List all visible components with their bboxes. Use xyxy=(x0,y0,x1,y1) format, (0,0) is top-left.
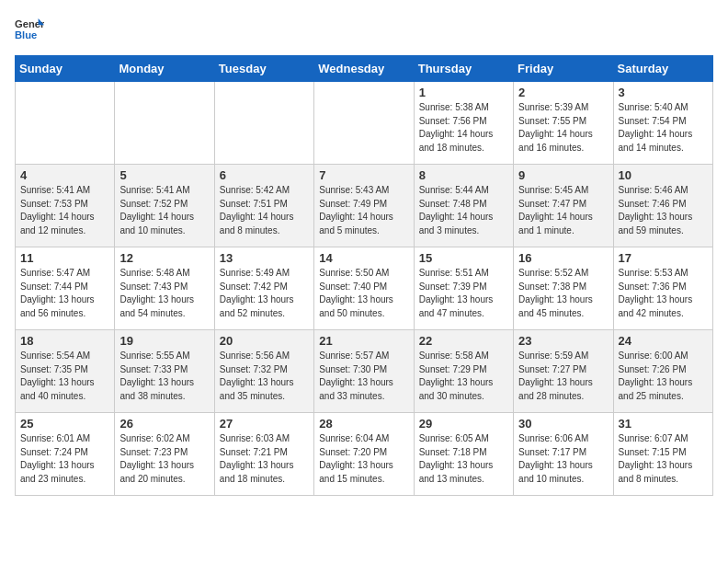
day-number: 26 xyxy=(119,417,209,431)
day-number: 3 xyxy=(619,86,708,99)
calendar-cell xyxy=(214,82,313,165)
day-info: Sunrise: 6:03 AM Sunset: 7:21 PM Dayligh… xyxy=(220,432,309,486)
calendar-day-header: Saturday xyxy=(613,56,712,82)
day-number: 14 xyxy=(319,251,408,265)
calendar-cell: 1Sunrise: 5:38 AM Sunset: 7:56 PM Daylig… xyxy=(414,82,513,165)
day-number: 8 xyxy=(419,168,508,182)
calendar-cell: 10Sunrise: 5:46 AM Sunset: 7:46 PM Dayli… xyxy=(613,165,712,247)
day-info: Sunrise: 5:38 AM Sunset: 7:56 PM Dayligh… xyxy=(419,101,508,155)
calendar-table: SundayMondayTuesdayWednesdayThursdayFrid… xyxy=(15,55,713,496)
day-number: 6 xyxy=(220,168,309,182)
calendar-day-header: Thursday xyxy=(414,56,513,82)
day-info: Sunrise: 5:55 AM Sunset: 7:33 PM Dayligh… xyxy=(119,350,209,403)
day-number: 16 xyxy=(518,251,608,265)
calendar-cell xyxy=(16,82,115,165)
day-number: 28 xyxy=(319,417,408,431)
day-number: 21 xyxy=(319,334,408,348)
calendar-cell: 25Sunrise: 6:01 AM Sunset: 7:24 PM Dayli… xyxy=(16,413,115,496)
calendar-cell: 26Sunrise: 6:02 AM Sunset: 7:23 PM Dayli… xyxy=(115,413,214,496)
calendar-day-header: Wednesday xyxy=(314,56,414,82)
day-number: 7 xyxy=(319,168,408,182)
day-info: Sunrise: 5:53 AM Sunset: 7:36 PM Dayligh… xyxy=(619,267,708,320)
calendar-week-row: 1Sunrise: 5:38 AM Sunset: 7:56 PM Daylig… xyxy=(16,82,713,165)
calendar-cell xyxy=(314,82,414,165)
calendar-cell: 19Sunrise: 5:55 AM Sunset: 7:33 PM Dayli… xyxy=(115,330,214,413)
calendar-cell: 3Sunrise: 5:40 AM Sunset: 7:54 PM Daylig… xyxy=(613,82,712,165)
day-number: 24 xyxy=(619,334,708,348)
day-info: Sunrise: 5:39 AM Sunset: 7:55 PM Dayligh… xyxy=(518,101,608,155)
calendar-cell: 9Sunrise: 5:45 AM Sunset: 7:47 PM Daylig… xyxy=(514,165,613,247)
day-info: Sunrise: 5:52 AM Sunset: 7:38 PM Dayligh… xyxy=(518,267,608,320)
calendar-cell: 11Sunrise: 5:47 AM Sunset: 7:44 PM Dayli… xyxy=(16,247,115,330)
day-number: 20 xyxy=(220,334,309,348)
day-number: 11 xyxy=(20,251,109,265)
day-info: Sunrise: 5:47 AM Sunset: 7:44 PM Dayligh… xyxy=(20,267,109,320)
calendar-day-header: Monday xyxy=(115,56,214,82)
day-info: Sunrise: 6:02 AM Sunset: 7:23 PM Dayligh… xyxy=(119,432,209,486)
day-info: Sunrise: 5:49 AM Sunset: 7:42 PM Dayligh… xyxy=(220,267,309,320)
day-info: Sunrise: 5:58 AM Sunset: 7:29 PM Dayligh… xyxy=(419,350,508,403)
day-info: Sunrise: 5:50 AM Sunset: 7:40 PM Dayligh… xyxy=(319,267,408,320)
calendar-week-row: 4Sunrise: 5:41 AM Sunset: 7:53 PM Daylig… xyxy=(16,165,713,247)
calendar-cell: 18Sunrise: 5:54 AM Sunset: 7:35 PM Dayli… xyxy=(16,330,115,413)
day-number: 18 xyxy=(20,334,109,348)
calendar-cell: 14Sunrise: 5:50 AM Sunset: 7:40 PM Dayli… xyxy=(314,247,414,330)
day-info: Sunrise: 6:07 AM Sunset: 7:15 PM Dayligh… xyxy=(619,432,708,486)
calendar-cell: 2Sunrise: 5:39 AM Sunset: 7:55 PM Daylig… xyxy=(514,82,613,165)
day-number: 23 xyxy=(518,334,608,348)
day-number: 5 xyxy=(119,168,209,182)
day-number: 1 xyxy=(419,86,508,99)
calendar-header-row: SundayMondayTuesdayWednesdayThursdayFrid… xyxy=(16,56,713,82)
svg-text:Blue: Blue xyxy=(15,29,37,40)
logo-icon: General Blue xyxy=(15,15,44,44)
calendar-cell: 15Sunrise: 5:51 AM Sunset: 7:39 PM Dayli… xyxy=(414,247,513,330)
day-number: 4 xyxy=(20,168,109,182)
day-number: 2 xyxy=(518,86,608,99)
calendar-cell xyxy=(115,82,214,165)
calendar-week-row: 25Sunrise: 6:01 AM Sunset: 7:24 PM Dayli… xyxy=(16,413,713,496)
calendar-week-row: 18Sunrise: 5:54 AM Sunset: 7:35 PM Dayli… xyxy=(16,330,713,413)
day-info: Sunrise: 6:00 AM Sunset: 7:26 PM Dayligh… xyxy=(619,350,708,403)
calendar-cell: 24Sunrise: 6:00 AM Sunset: 7:26 PM Dayli… xyxy=(613,330,712,413)
day-number: 30 xyxy=(518,417,608,431)
day-info: Sunrise: 5:54 AM Sunset: 7:35 PM Dayligh… xyxy=(20,350,109,403)
calendar-cell: 31Sunrise: 6:07 AM Sunset: 7:15 PM Dayli… xyxy=(613,413,712,496)
calendar-week-row: 11Sunrise: 5:47 AM Sunset: 7:44 PM Dayli… xyxy=(16,247,713,330)
day-info: Sunrise: 5:40 AM Sunset: 7:54 PM Dayligh… xyxy=(619,101,708,155)
day-info: Sunrise: 5:44 AM Sunset: 7:48 PM Dayligh… xyxy=(419,184,508,237)
page-header: General Blue xyxy=(15,15,713,44)
calendar-cell: 23Sunrise: 5:59 AM Sunset: 7:27 PM Dayli… xyxy=(514,330,613,413)
day-info: Sunrise: 5:48 AM Sunset: 7:43 PM Dayligh… xyxy=(119,267,209,320)
calendar-cell: 16Sunrise: 5:52 AM Sunset: 7:38 PM Dayli… xyxy=(514,247,613,330)
day-info: Sunrise: 5:51 AM Sunset: 7:39 PM Dayligh… xyxy=(419,267,508,320)
day-number: 22 xyxy=(419,334,508,348)
calendar-cell: 17Sunrise: 5:53 AM Sunset: 7:36 PM Dayli… xyxy=(613,247,712,330)
calendar-day-header: Friday xyxy=(514,56,613,82)
calendar-cell: 28Sunrise: 6:04 AM Sunset: 7:20 PM Dayli… xyxy=(314,413,414,496)
day-info: Sunrise: 6:04 AM Sunset: 7:20 PM Dayligh… xyxy=(319,432,408,486)
day-info: Sunrise: 5:46 AM Sunset: 7:46 PM Dayligh… xyxy=(619,184,708,237)
day-info: Sunrise: 6:06 AM Sunset: 7:17 PM Dayligh… xyxy=(518,432,608,486)
calendar-cell: 13Sunrise: 5:49 AM Sunset: 7:42 PM Dayli… xyxy=(214,247,313,330)
calendar-cell: 12Sunrise: 5:48 AM Sunset: 7:43 PM Dayli… xyxy=(115,247,214,330)
day-info: Sunrise: 6:01 AM Sunset: 7:24 PM Dayligh… xyxy=(20,432,109,486)
day-info: Sunrise: 5:41 AM Sunset: 7:53 PM Dayligh… xyxy=(20,184,109,237)
calendar-cell: 8Sunrise: 5:44 AM Sunset: 7:48 PM Daylig… xyxy=(414,165,513,247)
day-info: Sunrise: 5:42 AM Sunset: 7:51 PM Dayligh… xyxy=(220,184,309,237)
day-info: Sunrise: 5:59 AM Sunset: 7:27 PM Dayligh… xyxy=(518,350,608,403)
calendar-cell: 22Sunrise: 5:58 AM Sunset: 7:29 PM Dayli… xyxy=(414,330,513,413)
day-number: 15 xyxy=(419,251,508,265)
logo: General Blue xyxy=(15,15,44,44)
calendar-day-header: Sunday xyxy=(16,56,115,82)
day-info: Sunrise: 6:05 AM Sunset: 7:18 PM Dayligh… xyxy=(419,432,508,486)
day-number: 25 xyxy=(20,417,109,431)
calendar-day-header: Tuesday xyxy=(214,56,313,82)
calendar-cell: 7Sunrise: 5:43 AM Sunset: 7:49 PM Daylig… xyxy=(314,165,414,247)
calendar-cell: 6Sunrise: 5:42 AM Sunset: 7:51 PM Daylig… xyxy=(214,165,313,247)
calendar-body: 1Sunrise: 5:38 AM Sunset: 7:56 PM Daylig… xyxy=(16,82,713,496)
day-info: Sunrise: 5:43 AM Sunset: 7:49 PM Dayligh… xyxy=(319,184,408,237)
calendar-cell: 30Sunrise: 6:06 AM Sunset: 7:17 PM Dayli… xyxy=(514,413,613,496)
day-info: Sunrise: 5:56 AM Sunset: 7:32 PM Dayligh… xyxy=(220,350,309,403)
day-number: 19 xyxy=(119,334,209,348)
day-number: 31 xyxy=(619,417,708,431)
